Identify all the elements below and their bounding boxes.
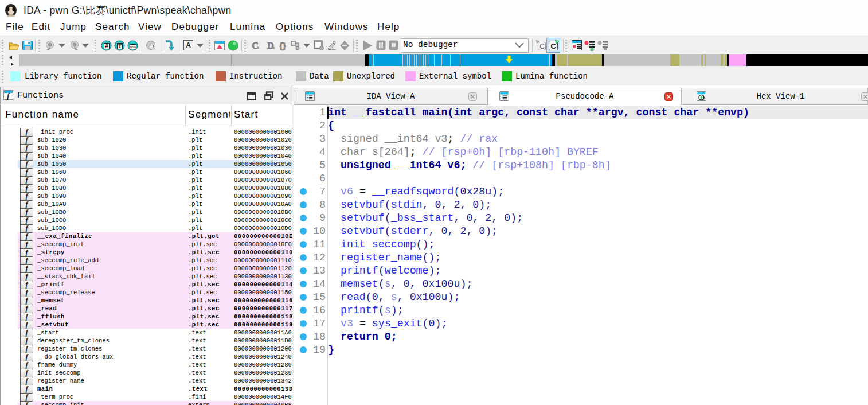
svg-text:NNN: NNN — [130, 45, 136, 49]
svg-text:{}: {} — [279, 41, 286, 50]
svg-text:C: C — [550, 42, 556, 50]
svg-text:T: T — [118, 43, 122, 49]
svg-text:D: D — [267, 41, 274, 50]
svg-text:#: # — [105, 43, 108, 49]
svg-text:C: C — [539, 42, 545, 50]
svg-text:C: C — [252, 41, 259, 50]
